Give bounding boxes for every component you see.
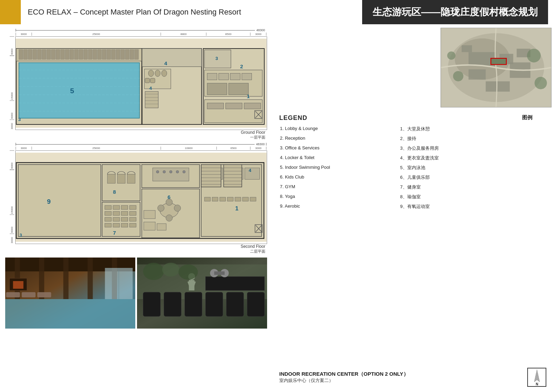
svg-rect-175 <box>206 277 265 290</box>
svg-rect-81 <box>121 206 128 209</box>
legend-item-cn: 3、办公及服务用房 <box>400 144 547 154</box>
svg-rect-22 <box>107 50 111 60</box>
svg-point-107 <box>174 205 181 211</box>
svg-rect-62 <box>207 83 227 95</box>
svg-rect-119 <box>212 197 218 201</box>
svg-rect-40 <box>142 49 202 67</box>
svg-rect-17 <box>84 50 88 60</box>
legend-row: 9. Aerobic9、有氧运动室 <box>279 202 546 212</box>
svg-rect-172 <box>206 292 223 316</box>
ground-floor-section: 48300 3000 25000 8800 8500 3000 6000 150… <box>5 28 267 140</box>
svg-rect-92 <box>113 223 120 227</box>
svg-rect-8 <box>42 50 46 60</box>
svg-point-183 <box>143 263 164 280</box>
legend-row: 7. GYM7、健身室 <box>279 183 546 192</box>
svg-rect-16 <box>79 50 83 60</box>
svg-rect-88 <box>113 217 120 221</box>
svg-rect-193 <box>462 45 472 52</box>
svg-text:3: 3 <box>215 56 218 61</box>
svg-rect-24 <box>116 50 120 60</box>
legend-row: 2. Reception2、接待 <box>279 134 546 144</box>
svg-rect-174 <box>247 292 265 316</box>
svg-rect-123 <box>243 197 249 201</box>
legend-row: 8. Yoga8、瑜伽室 <box>279 192 546 202</box>
svg-rect-27 <box>130 50 134 60</box>
header-accent-bar <box>0 0 21 24</box>
svg-point-149 <box>170 171 172 173</box>
svg-rect-178 <box>214 271 225 275</box>
svg-rect-9 <box>47 50 51 60</box>
svg-rect-124 <box>250 197 256 201</box>
svg-text:3: 3 <box>20 233 22 238</box>
ground-floor-label: Ground Floor 一层平面 <box>5 130 267 140</box>
caption-text-en: INDOOR RECREATION CENTER（OPTION 2 ONLY） <box>279 371 409 377</box>
svg-rect-28 <box>135 50 138 60</box>
svg-rect-12 <box>61 50 65 60</box>
svg-rect-89 <box>121 217 128 221</box>
svg-rect-79 <box>105 206 112 209</box>
svg-rect-63 <box>229 83 249 95</box>
svg-rect-98 <box>108 174 116 183</box>
svg-rect-146 <box>153 168 189 181</box>
svg-rect-46 <box>151 78 155 83</box>
legend-item-cn: 6、儿童俱乐部 <box>400 173 547 183</box>
right-panel: LEGEND 图例 1. Lobby & Lounge1、大堂及休憩2. Rec… <box>271 24 555 392</box>
svg-point-42 <box>148 70 154 77</box>
svg-rect-156 <box>63 258 69 299</box>
svg-point-151 <box>183 171 186 173</box>
svg-rect-18 <box>88 50 92 60</box>
svg-rect-84 <box>113 211 120 215</box>
photo-pool <box>5 258 135 329</box>
legend-row: 6. Kids Club6、儿童俱乐部 <box>279 173 546 183</box>
svg-rect-195 <box>486 81 510 92</box>
svg-rect-25 <box>121 50 125 60</box>
svg-rect-11 <box>56 50 60 60</box>
header-title-en: ECO RELAX – Concept Master Plan Of Drago… <box>28 8 362 17</box>
dim-total-gf: 48300 <box>255 28 266 32</box>
svg-rect-23 <box>112 50 116 60</box>
svg-rect-169 <box>143 292 161 316</box>
svg-point-198 <box>447 51 455 60</box>
svg-rect-15 <box>75 50 78 60</box>
second-floor-svg: 9 3 <box>15 150 267 244</box>
svg-rect-100 <box>118 174 126 183</box>
svg-rect-4 <box>24 50 27 60</box>
svg-rect-58 <box>207 73 217 80</box>
main-content: 48300 3000 25000 8800 8500 3000 6000 150… <box>0 24 555 392</box>
bottom-caption: INDOOR RECREATION CENTER（OPTION 2 ONLY） … <box>274 363 552 389</box>
svg-rect-13 <box>65 50 69 60</box>
svg-rect-61 <box>242 73 252 80</box>
svg-rect-7 <box>37 50 41 60</box>
svg-rect-191 <box>469 69 486 80</box>
svg-rect-200 <box>491 58 506 64</box>
photo-gym <box>137 258 267 329</box>
second-floor-section: 48300 3000 25000 10800 6500 3000 6000 15… <box>5 142 267 254</box>
svg-rect-117 <box>245 168 260 179</box>
svg-rect-86 <box>130 211 136 215</box>
svg-rect-20 <box>98 50 102 60</box>
photos-row <box>5 258 267 329</box>
svg-rect-21 <box>102 50 106 60</box>
svg-rect-160 <box>6 292 20 297</box>
svg-rect-47 <box>145 92 159 108</box>
svg-text:2: 2 <box>240 63 243 69</box>
svg-text:9: 9 <box>47 198 51 205</box>
svg-rect-19 <box>93 50 97 60</box>
svg-text:5: 5 <box>70 87 75 95</box>
legend-item-en: 3. Office & Services <box>279 144 400 154</box>
svg-rect-102 <box>127 174 135 183</box>
svg-point-150 <box>176 171 179 173</box>
legend-item-cn: 2、接待 <box>400 134 547 144</box>
svg-text:4: 4 <box>164 60 168 66</box>
svg-rect-5 <box>28 50 32 60</box>
legend-item-en: 5. Indoor Swimming Pool <box>279 163 400 173</box>
svg-rect-161 <box>22 292 36 297</box>
svg-rect-93 <box>121 223 128 227</box>
svg-rect-170 <box>164 292 181 316</box>
svg-rect-66 <box>207 103 224 109</box>
svg-point-185 <box>179 264 198 280</box>
svg-text:4: 4 <box>150 86 152 91</box>
svg-rect-171 <box>185 292 202 316</box>
left-panel: 48300 3000 25000 8800 8500 3000 6000 150… <box>0 24 271 392</box>
svg-rect-60 <box>230 73 240 80</box>
